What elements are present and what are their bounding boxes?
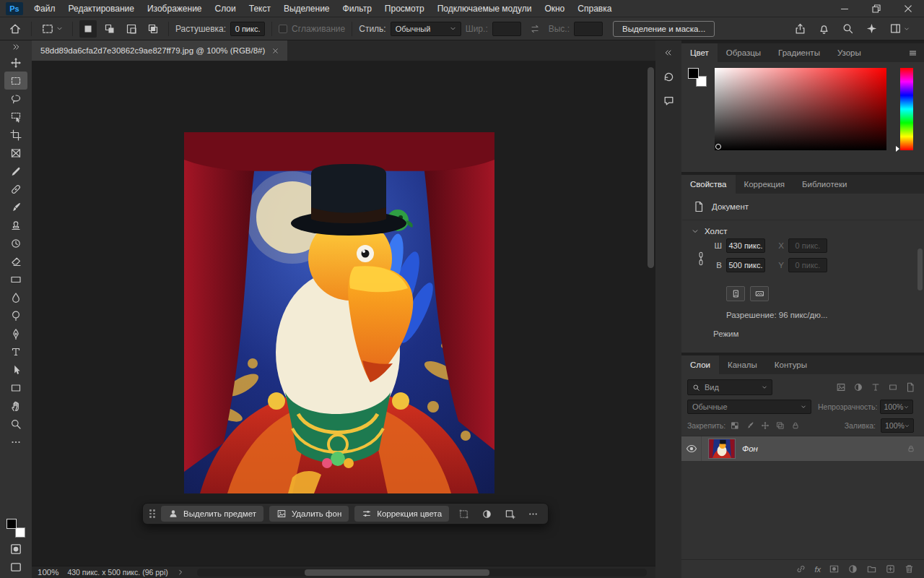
close-button[interactable] [892,0,924,17]
landscape-orientation-button[interactable] [750,286,769,301]
canvas-y-input[interactable]: 0 пикс. [788,258,827,272]
bell-icon[interactable] [818,22,830,35]
new-selection-mode-icon[interactable] [79,20,97,38]
crop-tool[interactable] [4,126,27,144]
taskbar-drag-handle[interactable] [149,509,155,518]
generate-image-icon[interactable] [501,506,518,522]
adjustment-filter-icon[interactable] [850,380,866,394]
screen-mode-icon[interactable] [9,561,22,574]
discover-icon[interactable] [866,22,878,35]
new-layer-icon[interactable] [885,564,896,574]
swap-dimensions-icon[interactable] [526,20,544,38]
tool-preset-picker[interactable] [38,21,66,37]
move-tool[interactable] [4,53,27,72]
tab-layers[interactable]: Слои [681,355,719,374]
subtract-selection-mode-icon[interactable] [123,20,140,38]
properties-scrollbar-thumb[interactable] [918,249,923,290]
type-tool[interactable] [4,342,27,361]
tab-gradients[interactable]: Градиенты [770,43,829,62]
canvas-image[interactable] [184,132,494,493]
add-selection-mode-icon[interactable] [101,20,118,38]
foreground-swatch[interactable] [688,68,699,79]
pen-tool[interactable] [4,324,27,342]
tab-swatches[interactable]: Образцы [718,43,770,62]
canvas-x-input[interactable]: 0 пикс. [788,238,827,253]
tab-close-icon[interactable] [272,48,279,54]
horizontal-scrollbar[interactable] [197,569,647,577]
select-and-mask-button[interactable]: Выделение и маска... [613,21,715,37]
vertical-scrollbar-thumb[interactable] [648,67,654,268]
new-adjustment-layer-icon[interactable] [847,564,858,574]
menu-image[interactable]: Изображение [141,0,209,17]
layer-row-background[interactable]: Фон [681,436,924,461]
remove-background-button[interactable]: Удалить фон [269,506,349,522]
blur-tool[interactable] [4,288,27,306]
dock-expand-icon[interactable] [660,44,677,61]
menu-filter[interactable]: Фильтр [336,0,378,17]
width-input[interactable] [492,22,521,36]
height-input[interactable] [574,22,603,36]
restore-button[interactable] [860,0,892,17]
tab-patterns[interactable]: Узоры [829,43,870,62]
smart-object-filter-icon[interactable] [902,380,918,394]
lock-all-icon[interactable] [789,419,802,432]
marquee-tool[interactable] [4,72,27,90]
panel-menu-icon[interactable] [908,43,924,62]
object-selection-tool[interactable] [4,108,27,126]
shape-filter-icon[interactable] [885,380,901,394]
layer-lock-icon[interactable] [907,444,915,453]
color-adjust-button[interactable]: Коррекция цвета [354,506,449,522]
adjustment-icon[interactable] [478,506,495,522]
eyedropper-tool[interactable] [4,162,27,180]
document-tab[interactable]: 58dd89da6cfa2d7e30862c9ae827ff79.jpg @ 1… [32,40,287,61]
search-icon[interactable] [842,22,854,35]
tab-paths[interactable]: Контуры [766,355,816,374]
link-layers-icon[interactable] [796,564,806,574]
tab-properties[interactable]: Свойства [681,175,736,194]
menu-view[interactable]: Просмотр [378,0,431,17]
hue-slider-marker[interactable] [896,146,899,152]
canvas-section-header[interactable]: Холст [692,227,914,236]
comments-panel-icon[interactable] [660,92,677,109]
layer-style-icon[interactable]: fx [814,565,821,574]
layer-visibility-toggle[interactable] [681,436,702,461]
history-brush-tool[interactable] [4,234,27,252]
tab-adjustments[interactable]: Коррекция [736,175,794,194]
intersect-selection-mode-icon[interactable] [144,20,162,38]
path-selection-tool[interactable] [4,361,27,379]
menu-select[interactable]: Выделение [277,0,336,17]
foreground-color-swatch[interactable] [6,519,17,529]
menu-plugins[interactable]: Подключаемые модули [431,0,539,17]
transform-icon[interactable] [455,506,472,522]
tab-color[interactable]: Цвет [681,43,718,62]
lock-position-icon[interactable] [759,419,772,432]
color-field-marker[interactable] [715,144,721,150]
layer-name[interactable]: Фон [742,444,758,453]
feather-input[interactable]: 0 пикс. [230,22,265,36]
link-dimensions-icon[interactable] [696,248,706,269]
rectangle-tool[interactable] [4,379,27,397]
lock-transparency-icon[interactable] [728,419,741,432]
style-select[interactable]: Обычный [391,22,461,36]
eraser-tool[interactable] [4,252,27,270]
tab-libraries[interactable]: Библиотеки [793,175,855,194]
new-group-icon[interactable] [866,564,877,574]
saturation-brightness-field[interactable] [715,68,886,150]
share-icon[interactable] [794,22,806,35]
hand-tool[interactable] [4,397,27,415]
layer-thumbnail[interactable] [708,439,736,459]
background-color-swatch[interactable] [15,527,25,538]
canvas-width-input[interactable]: 430 пикс. [726,238,765,253]
blend-mode-select[interactable]: Обычные [687,400,811,414]
quick-mask-icon[interactable] [9,543,22,556]
menu-help[interactable]: Справка [571,0,618,17]
lasso-tool[interactable] [4,90,27,108]
layer-filter-select[interactable]: Вид [687,379,772,395]
hue-slider[interactable] [900,68,913,150]
menu-type[interactable]: Текст [243,0,277,17]
portrait-orientation-button[interactable] [726,286,745,301]
menu-file[interactable]: Файл [27,0,62,17]
antialias-checkbox[interactable] [279,25,287,33]
healing-brush-tool[interactable] [4,180,27,198]
color-swatches[interactable] [6,519,25,538]
